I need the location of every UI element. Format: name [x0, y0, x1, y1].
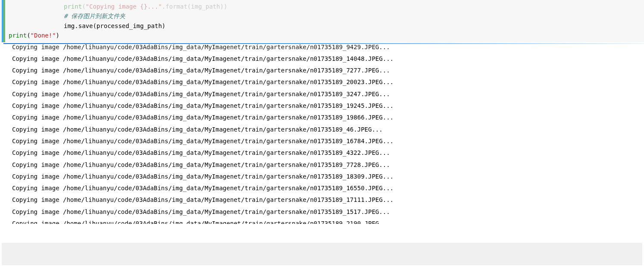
output-line: Copying image /home/lihuanyu/code/03AdaB…: [12, 65, 641, 76]
output-line: Copying image /home/lihuanyu/code/03AdaB…: [12, 53, 641, 65]
code-cell[interactable]: print("Copying image {}...".format(img_p…: [0, 0, 644, 42]
output-line: Copying image /home/lihuanyu/code/03AdaB…: [12, 194, 641, 206]
output-line: Copying image /home/lihuanyu/code/03AdaB…: [12, 76, 641, 88]
notebook-container: print("Copying image {}...".format(img_p…: [0, 0, 644, 267]
output-line: Copying image /home/lihuanyu/code/03AdaB…: [12, 44, 641, 53]
cell-status-marker: [3, 0, 5, 42]
code-line-save: img.save(processed_img_path): [9, 21, 641, 31]
output-line: Copying image /home/lihuanyu/code/03AdaB…: [12, 100, 641, 112]
output-line: Copying image /home/lihuanyu/code/03AdaB…: [12, 135, 641, 147]
output-line: Copying image /home/lihuanyu/code/03AdaB…: [12, 218, 641, 224]
code-editor[interactable]: print("Copying image {}...".format(img_p…: [2, 0, 644, 42]
output-line: Copying image /home/lihuanyu/code/03AdaB…: [12, 124, 641, 135]
output-line: Copying image /home/lihuanyu/code/03AdaB…: [12, 88, 641, 100]
output-line: Copying image /home/lihuanyu/code/03AdaB…: [12, 159, 641, 171]
output-line: Copying image /home/lihuanyu/code/03AdaB…: [12, 206, 641, 218]
code-line-print: print("Done!"): [9, 31, 641, 40]
code-line-cut: print("Copying image {}...".format(img_p…: [9, 2, 641, 11]
code-line-comment: # 保存图片到新文件夹: [9, 11, 641, 21]
output-line: Copying image /home/lihuanyu/code/03AdaB…: [12, 171, 641, 182]
output-line: Copying image /home/lihuanyu/code/03AdaB…: [12, 147, 641, 159]
output-line: Copying image /home/lihuanyu/code/03AdaB…: [12, 182, 641, 194]
empty-cell[interactable]: [2, 243, 642, 265]
output-line: Copying image /home/lihuanyu/code/03AdaB…: [12, 112, 641, 123]
output-area[interactable]: Copying image /home/lihuanyu/code/03AdaB…: [0, 44, 644, 239]
